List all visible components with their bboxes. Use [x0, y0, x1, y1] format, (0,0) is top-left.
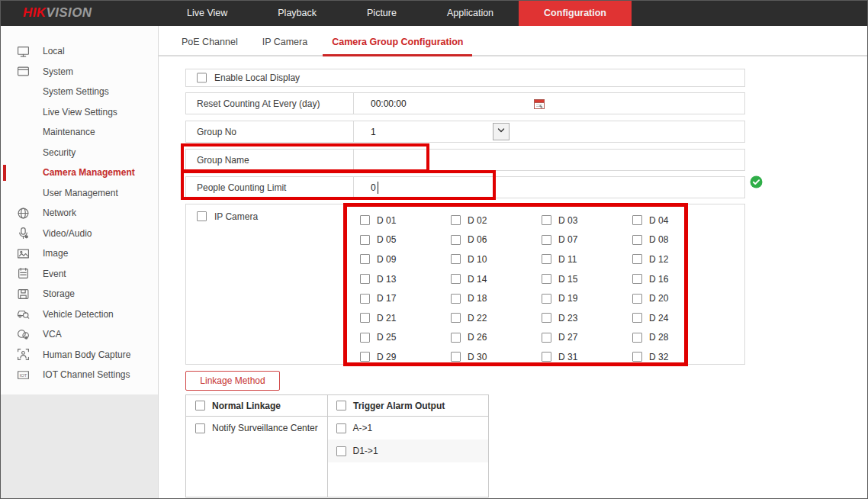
linkage-method-button[interactable]: Linkage Method — [185, 371, 280, 391]
alarm-output-label: D1->1 — [353, 446, 378, 456]
channel-cell-d-27: D 27 — [542, 328, 632, 348]
audio-icon — [17, 227, 30, 240]
channel-checkbox-d-16[interactable] — [632, 274, 642, 284]
tab-ip-camera[interactable]: IP Camera — [253, 37, 317, 55]
sidebar-item-system-settings[interactable]: System Settings — [0, 82, 158, 102]
sidebar-item-label: System — [43, 66, 73, 77]
sidebar-item-user-management[interactable]: User Management — [0, 183, 158, 204]
sidebar-item-live-view-settings[interactable]: Live View Settings — [0, 102, 158, 123]
sidebar-item-storage[interactable]: Storage — [0, 284, 158, 304]
channel-checkbox-d-11[interactable] — [542, 254, 551, 264]
trigger-alarm-output-checkbox[interactable] — [336, 401, 346, 410]
channel-cell-d-01: D 01 — [360, 211, 451, 230]
channel-checkbox-d-21[interactable] — [360, 313, 370, 323]
channel-checkbox-d-09[interactable] — [360, 254, 370, 264]
channel-label: D 21 — [377, 313, 396, 324]
nav-items: Live ViewPlaybackPictureApplicationConfi… — [162, 0, 632, 26]
channel-checkbox-d-08[interactable] — [632, 235, 642, 245]
channel-checkbox-d-32[interactable] — [632, 352, 642, 362]
ip-camera-label: IP Camera — [214, 211, 258, 222]
enable-local-display-label: Enable Local Display — [214, 72, 300, 83]
sidebar-item-human-body-capture[interactable]: Human Body Capture — [0, 345, 158, 365]
tab-poe-channel[interactable]: PoE Channel — [172, 37, 247, 55]
sidebar-item-label: System Settings — [43, 86, 109, 97]
sidebar-item-label: IOT Channel Settings — [43, 369, 130, 380]
channel-checkbox-d-14[interactable] — [451, 274, 461, 284]
sidebar-item-label: Vehicle Detection — [43, 309, 114, 320]
channel-checkbox-d-24[interactable] — [632, 313, 642, 323]
channel-checkbox-d-22[interactable] — [451, 313, 461, 323]
sidebar-item-event[interactable]: Event — [0, 264, 158, 285]
sidebar-item-label: Camera Management — [43, 167, 135, 178]
system-icon — [17, 65, 30, 78]
channel-checkbox-d-03[interactable] — [542, 215, 551, 225]
channel-cell-d-30: D 30 — [451, 347, 542, 367]
channel-checkbox-d-23[interactable] — [542, 313, 551, 323]
alarm-output-checkbox-d1-1[interactable] — [336, 446, 346, 456]
ip-camera-checkbox[interactable] — [197, 211, 207, 221]
channel-label: D 27 — [558, 332, 577, 343]
channel-checkbox-d-20[interactable] — [632, 294, 642, 304]
channel-label: D 07 — [558, 234, 577, 245]
sidebar-item-security[interactable]: Security — [0, 143, 158, 163]
channel-checkbox-d-26[interactable] — [451, 333, 461, 343]
channel-label: D 11 — [558, 254, 577, 265]
channel-checkbox-d-01[interactable] — [360, 215, 370, 225]
channel-checkbox-d-13[interactable] — [360, 274, 370, 284]
hikvision-logo: HIKVISION — [0, 0, 162, 26]
channel-checkbox-d-12[interactable] — [632, 254, 642, 264]
sidebar-item-image[interactable]: Image — [0, 243, 158, 264]
channel-checkbox-d-19[interactable] — [542, 294, 551, 304]
channel-checkbox-d-25[interactable] — [360, 333, 370, 343]
sidebar-item-video-audio[interactable]: Video/Audio — [0, 224, 158, 244]
channel-checkbox-d-07[interactable] — [542, 235, 551, 245]
channel-checkbox-d-31[interactable] — [542, 352, 551, 362]
calendar-icon[interactable] — [533, 98, 545, 110]
channel-checkbox-d-29[interactable] — [360, 352, 370, 362]
notify-surveillance-center-label: Notify Surveillance Center — [212, 423, 318, 433]
chevron-down-icon — [497, 126, 506, 137]
people-counting-limit-field[interactable]: 0 — [371, 182, 376, 193]
normal-linkage-checkbox[interactable] — [195, 401, 205, 410]
group-no-select-value[interactable]: 1 — [371, 127, 376, 137]
notify-surveillance-center-checkbox[interactable] — [195, 423, 205, 433]
icon-spacer — [17, 105, 30, 118]
channel-checkbox-d-18[interactable] — [451, 294, 461, 304]
alarm-output-checkbox-a-1[interactable] — [336, 423, 346, 433]
reset-counting-time-field[interactable]: 00:00:00 — [371, 98, 407, 109]
iot-icon: IOT — [17, 369, 30, 381]
nav-item-picture[interactable]: Picture — [342, 0, 422, 26]
channel-checkbox-d-28[interactable] — [632, 333, 642, 343]
enable-local-display-checkbox[interactable] — [197, 73, 207, 83]
sidebar-item-iot-channel-settings[interactable]: IOTIOT Channel Settings — [0, 365, 158, 385]
channel-checkbox-d-30[interactable] — [451, 352, 461, 362]
sidebar-item-network[interactable]: Network — [0, 203, 158, 224]
channel-label: D 25 — [377, 332, 396, 343]
channel-checkbox-d-04[interactable] — [632, 215, 642, 225]
channel-checkbox-d-27[interactable] — [542, 333, 551, 343]
sidebar-item-label: Human Body Capture — [43, 349, 130, 360]
nav-item-live-view[interactable]: Live View — [162, 0, 252, 26]
channel-checkbox-d-15[interactable] — [542, 274, 551, 284]
linkage-table-body: Notify Surveillance Center A->1D1->1 — [186, 417, 488, 497]
sidebar-item-vehicle-detection[interactable]: Vehicle Detection — [0, 304, 158, 325]
group-no-select[interactable] — [493, 123, 510, 140]
nav-item-application[interactable]: Application — [422, 0, 519, 26]
channel-cell-d-02: D 02 — [451, 211, 542, 230]
channel-checkbox-d-06[interactable] — [451, 235, 461, 245]
channel-checkbox-d-17[interactable] — [360, 294, 370, 304]
sidebar-item-maintenance[interactable]: Maintenance — [0, 122, 158, 143]
sidebar-item-label: Video/Audio — [43, 228, 92, 239]
ip-camera-section: IP Camera D 01D 02D 03D 04D 05D 06D 07D … — [185, 204, 745, 365]
sidebar-item-vca[interactable]: VCA — [0, 324, 158, 345]
channel-checkbox-d-05[interactable] — [360, 235, 370, 245]
sidebar-item-local[interactable]: Local — [0, 41, 158, 62]
nav-item-configuration[interactable]: Configuration — [519, 0, 632, 26]
sidebar-item-camera-management[interactable]: Camera Management — [0, 163, 158, 183]
channel-checkbox-d-10[interactable] — [451, 254, 461, 264]
sidebar-item-system[interactable]: System — [0, 62, 158, 82]
tab-camera-group-configuration[interactable]: Camera Group Configuration — [323, 37, 472, 56]
channel-checkbox-d-02[interactable] — [451, 215, 461, 225]
nav-item-playback[interactable]: Playback — [252, 0, 342, 26]
row-divider — [353, 121, 354, 142]
